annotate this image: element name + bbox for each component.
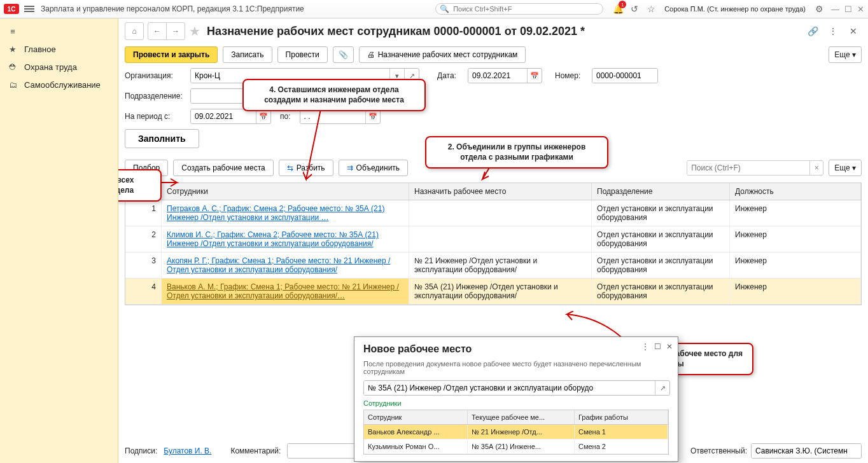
close-icon[interactable]: ✕ — [857, 4, 864, 14]
cell-workplace[interactable]: № 35А (21) Инженер /Отдел установки и эк… — [409, 279, 592, 304]
popup-workplace-field[interactable]: ↗ — [363, 380, 670, 396]
table-row[interactable]: 3Акопян Р. Г.; График: Смена 1; Рабочее … — [125, 252, 861, 279]
period-from-input[interactable] — [191, 109, 256, 123]
cell-employee[interactable]: Ваньков А. М.; График: Смена 1; Рабочее … — [162, 279, 409, 304]
global-search-input[interactable] — [452, 4, 599, 13]
link-icon[interactable]: 🔗 — [807, 25, 818, 37]
document-title: Назначение рабочих мест сотрудникам 0000… — [207, 25, 585, 38]
period-to-label: по: — [280, 112, 291, 121]
favorite-toggle[interactable]: ★ — [189, 24, 200, 39]
table-row[interactable]: 1Петраков А. С.; График: Смена 2; Рабоче… — [125, 200, 861, 226]
employee-link[interactable]: Ваньков А. М.; График: Смена 1; Рабочее … — [167, 282, 399, 300]
date-field[interactable]: 📅 — [468, 68, 542, 83]
col-employees[interactable]: Сотрудники — [162, 183, 409, 200]
history-icon[interactable]: ↺ — [629, 3, 640, 15]
split-button[interactable]: ⇆Разбить — [279, 160, 333, 176]
merge-button[interactable]: ⇉Объединить — [339, 160, 409, 176]
signs-link[interactable]: Булатов И. В. — [164, 446, 211, 455]
kebab-icon[interactable]: ⋮ — [827, 25, 839, 37]
callout-1: 1. Подобрали всех инженеров отдела — [118, 169, 162, 202]
date-input[interactable] — [468, 69, 527, 83]
menu-icon[interactable] — [24, 4, 34, 14]
org-label: Организация: — [125, 71, 185, 80]
popup-table-row[interactable]: Кузьминых Роман О...№ 35А (21) Инжене...… — [364, 439, 668, 454]
open-icon[interactable]: ↗ — [655, 381, 669, 395]
table-row[interactable]: 4Ваньков А. М.; График: Смена 1; Рабочее… — [125, 279, 861, 305]
period-label: На период с: — [125, 112, 185, 121]
table-row[interactable]: 2Климов И. С.; График: Смена 2; Рабочее … — [125, 226, 861, 252]
table-more-button[interactable]: Еще ▾ — [829, 160, 862, 176]
fill-button[interactable]: Заполнить — [125, 129, 199, 148]
print-label: Назначение рабочих мест сотрудникам — [378, 50, 518, 59]
nav-fwd-button[interactable]: → — [167, 23, 185, 39]
settings-icon[interactable]: ⚙ — [813, 3, 825, 15]
sidebar-item-main[interactable]: ★Главное — [0, 40, 118, 58]
post-and-close-button[interactable]: Провести и закрыть — [125, 46, 218, 63]
table-search[interactable]: × — [687, 160, 823, 176]
popup-table-row[interactable]: Ваньков Александр ...№ 21 Инженер /Отд..… — [364, 425, 668, 439]
cell-position: Инженер — [730, 279, 861, 304]
resp-label: Ответственный: — [690, 446, 747, 455]
cell-workplace[interactable]: № 21 Инженер /Отдел установки и эксплуат… — [409, 252, 592, 278]
col-position[interactable]: Должность — [730, 183, 861, 200]
popup-employees-grid[interactable]: Сотрудник Текущее рабочее ме... График р… — [363, 410, 669, 455]
global-search[interactable]: 🔍 — [435, 3, 603, 15]
sidebar-toggle[interactable]: ≡ — [0, 22, 118, 40]
cell-department: Отдел установки и эксплуатации оборудова… — [592, 200, 730, 226]
employee-link[interactable]: Петраков А. С.; График: Смена 2; Рабочее… — [167, 204, 384, 222]
col-department[interactable]: Подразделение — [592, 183, 730, 200]
comment-label: Комментарий: — [230, 446, 281, 455]
period-to-input[interactable] — [300, 109, 365, 123]
popup-kebab-icon[interactable]: ⋮ — [641, 342, 649, 351]
post-button[interactable]: Провести — [277, 46, 328, 63]
write-button[interactable]: Записать — [223, 46, 272, 63]
maximize-icon[interactable]: ☐ — [844, 4, 852, 14]
sidebar-item-label: Главное — [24, 45, 56, 54]
calendar-icon[interactable]: 📅 — [365, 109, 380, 123]
cell-employee[interactable]: Петраков А. С.; График: Смена 2; Рабочее… — [162, 200, 409, 226]
clear-search-icon[interactable]: × — [809, 161, 823, 175]
cell-employee[interactable]: Акопян Р. Г.; График: Смена 1; Рабочее м… — [162, 252, 409, 278]
employees-grid[interactable]: Сотрудники Назначить рабочее место Подра… — [125, 183, 862, 305]
date-label: Дата: — [437, 71, 463, 80]
callout-2: 2. Объединили в группы инженеров отдела … — [425, 136, 608, 169]
home-button[interactable]: ⌂ — [125, 22, 144, 40]
popup-col-employee[interactable]: Сотрудник — [364, 410, 468, 424]
callout-4: 4. Оставшимся инженерам отдела создадим … — [242, 79, 426, 111]
employee-link[interactable]: Климов И. С.; График: Смена 2; Рабочее м… — [167, 230, 379, 248]
cell-workplace[interactable] — [409, 200, 592, 226]
star-icon[interactable]: ☆ — [645, 3, 657, 15]
popup-workplace-input[interactable] — [364, 381, 655, 395]
popup-close-icon[interactable]: ✕ — [666, 342, 673, 351]
sidebar-item-safety[interactable]: ⛑Охрана труда — [0, 58, 118, 76]
table-search-input[interactable] — [687, 161, 809, 175]
close-tab-icon[interactable]: ✕ — [848, 25, 859, 37]
popup-maximize-icon[interactable]: ☐ — [654, 342, 661, 351]
number-field[interactable] — [592, 68, 658, 83]
resp-input[interactable] — [752, 444, 861, 458]
popup-col-current[interactable]: Текущее рабочее ме... — [468, 410, 575, 424]
more-button[interactable]: Еще ▾ — [829, 46, 862, 63]
resp-field[interactable] — [751, 443, 862, 459]
col-workplace[interactable]: Назначить рабочее место — [409, 183, 592, 200]
minimize-icon[interactable]: — — [831, 4, 839, 14]
popup-title: Новое рабочее место — [363, 343, 669, 355]
new-workplace-popup: ⋮ ☐ ✕ Новое рабочее место После проведен… — [354, 336, 678, 462]
attach-button[interactable]: 📎 — [333, 46, 354, 63]
bell-icon[interactable]: 🔔1 — [612, 3, 624, 15]
sidebar-item-selfservice[interactable]: 🗂Самообслуживание — [0, 76, 118, 93]
helmet-icon: ⛑ — [8, 62, 18, 72]
nav-back-button[interactable]: ← — [148, 23, 167, 39]
print-button[interactable]: 🖨Назначение рабочих мест сотрудникам — [359, 46, 526, 63]
merge-icon: ⇉ — [347, 163, 353, 172]
current-user[interactable]: Сорока П.М. (Ст. инженер по охране труда… — [664, 5, 806, 13]
cell-employee[interactable]: Климов И. С.; График: Смена 2; Рабочее м… — [162, 226, 409, 252]
number-label: Номер: — [555, 71, 587, 80]
popup-col-schedule[interactable]: График работы — [575, 410, 668, 424]
create-workplaces-button[interactable]: Создать рабочие места — [173, 160, 274, 176]
calendar-icon[interactable]: 📅 — [527, 69, 542, 83]
employee-link[interactable]: Акопян Р. Г.; График: Смена 1; Рабочее м… — [167, 256, 390, 274]
calendar-icon[interactable]: 📅 — [256, 109, 270, 123]
number-input[interactable] — [592, 69, 657, 83]
cell-workplace[interactable] — [409, 226, 592, 252]
